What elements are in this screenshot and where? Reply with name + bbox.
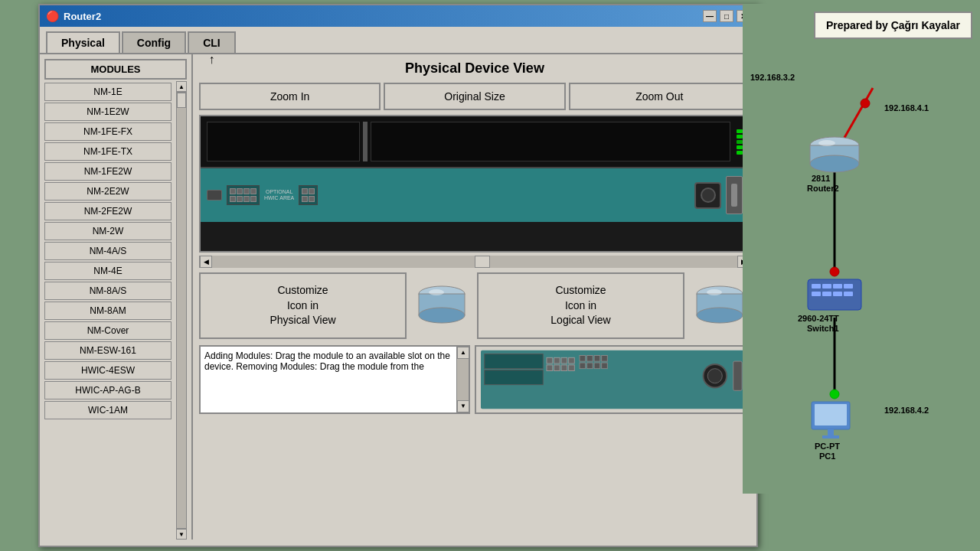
- content-area: MODULES NM-1E NM-1E2W NM-1FE-FX NM-1FE-T…: [40, 53, 756, 540]
- svg-rect-15: [547, 365, 553, 371]
- h-scroll-track: [212, 256, 737, 268]
- svg-point-3: [429, 289, 444, 295]
- svg-rect-22: [587, 363, 593, 369]
- customize-logical-button[interactable]: CustomizeIcon inLogical View: [477, 272, 684, 339]
- h-scroll-thumb[interactable]: [475, 256, 490, 268]
- prepared-box: Prepared by Çağrı Kayalar: [814, 11, 972, 39]
- zoom-bar: Zoom In Original Size Zoom Out: [199, 83, 750, 110]
- scroll-track: [176, 92, 187, 529]
- svg-rect-21: [580, 363, 586, 369]
- module-hwic-4esw[interactable]: HWIC-4ESW: [44, 361, 172, 380]
- device-preview-svg: [476, 347, 749, 412]
- maximize-button[interactable]: □: [720, 10, 733, 22]
- module-nm-8am[interactable]: NM-8AM: [44, 302, 172, 320]
- main-panel: Physical Device View Zoom In Original Si…: [193, 54, 756, 540]
- info-scrollbar[interactable]: ▲ ▼: [456, 347, 469, 412]
- customize-physical-button[interactable]: CustomizeIcon inPhysical View: [199, 272, 407, 339]
- svg-point-38: [810, 155, 859, 172]
- title-bar: 🔴 Router2 — □ ✕: [40, 5, 756, 27]
- minimize-button[interactable]: —: [703, 10, 717, 22]
- svg-text:192.168.4.1: 192.168.4.1: [884, 103, 929, 112]
- network-diagram: 2811 Router2 192.168.3.2 192.168.4.1 296…: [743, 65, 980, 509]
- svg-point-33: [861, 99, 870, 108]
- device-preview: [475, 345, 750, 414]
- scroll-left-arrow[interactable]: ◀: [200, 256, 212, 268]
- horizontal-scrollbar[interactable]: ◀ ▶: [199, 256, 750, 268]
- module-nm-1fe-tx[interactable]: NM-1FE-TX: [44, 142, 172, 161]
- svg-text:Router2: Router2: [807, 184, 839, 193]
- zoom-out-button[interactable]: Zoom Out: [569, 83, 750, 110]
- module-nm-esw161[interactable]: NM-ESW-161: [44, 341, 172, 360]
- svg-line-30: [842, 88, 873, 142]
- prepared-text: Prepared by Çağrı Kayalar: [826, 19, 960, 31]
- module-nm-2w[interactable]: NM-2W: [44, 222, 172, 240]
- router-icon-physical: [411, 279, 472, 332]
- svg-point-6: [697, 308, 743, 323]
- module-nm-8as[interactable]: NM-8A/S: [44, 282, 172, 300]
- scroll-thumb[interactable]: [177, 93, 186, 108]
- customize-logical-label: CustomizeIcon inLogical View: [550, 284, 610, 326]
- svg-rect-10: [485, 370, 543, 384]
- scroll-down-arrow[interactable]: ▼: [176, 529, 187, 540]
- svg-point-2: [419, 308, 465, 323]
- svg-rect-56: [815, 404, 847, 425]
- network-svg: 2811 Router2 192.168.3.2 192.168.4.1 296…: [743, 65, 980, 509]
- svg-rect-45: [812, 284, 821, 289]
- zoom-in-button[interactable]: Zoom In: [199, 83, 381, 110]
- svg-rect-47: [833, 284, 842, 289]
- svg-rect-24: [602, 355, 608, 361]
- info-scroll-down[interactable]: ▼: [457, 400, 469, 412]
- tab-cli-label: CLI: [203, 37, 220, 49]
- svg-rect-16: [554, 365, 560, 371]
- svg-rect-25: [594, 363, 600, 369]
- router2-window: 🔴 Router2 — □ ✕ Physical Config CLI ↑ MO…: [38, 4, 758, 547]
- svg-rect-29: [733, 361, 742, 390]
- module-hwic-ap-ag-b[interactable]: HWIC-AP-AG-B: [44, 381, 172, 399]
- svg-rect-46: [822, 284, 831, 289]
- module-nm-2fe2w[interactable]: NM-2FE2W: [44, 202, 172, 220]
- svg-rect-49: [812, 292, 821, 296]
- tab-physical[interactable]: Physical: [46, 31, 120, 53]
- svg-rect-52: [844, 292, 853, 296]
- scroll-up-arrow[interactable]: ▲: [176, 81, 187, 92]
- module-nm-1fe-fx[interactable]: NM-1FE-FX: [44, 122, 172, 141]
- svg-point-35: [830, 390, 839, 399]
- modules-header: MODULES: [44, 59, 187, 80]
- svg-text:2960-24TT: 2960-24TT: [798, 314, 839, 323]
- svg-rect-19: [580, 355, 586, 361]
- info-scroll-up[interactable]: ▲: [457, 347, 469, 359]
- svg-text:192.168.4.2: 192.168.4.2: [884, 406, 929, 415]
- module-nm-4as[interactable]: NM-4A/S: [44, 242, 172, 260]
- modules-scrollbar[interactable]: ▲ ▼: [176, 81, 187, 540]
- svg-text:2811: 2811: [812, 174, 830, 183]
- svg-rect-18: [569, 365, 575, 371]
- device-view: OPTIONALHWIC AREA: [199, 115, 750, 253]
- info-text-area: Adding Modules: Drag the module to an av…: [199, 345, 470, 414]
- tab-cli[interactable]: CLI ↑: [188, 31, 236, 53]
- svg-rect-23: [594, 355, 600, 361]
- customize-physical-label: CustomizeIcon inPhysical View: [270, 284, 335, 326]
- svg-rect-17: [561, 365, 567, 371]
- svg-rect-51: [833, 292, 842, 296]
- module-nm-cover[interactable]: NM-Cover: [44, 321, 172, 340]
- svg-rect-50: [822, 292, 831, 296]
- svg-rect-12: [554, 357, 560, 364]
- svg-rect-9: [485, 354, 543, 368]
- svg-text:192.168.3.2: 192.168.3.2: [750, 73, 795, 82]
- router-svg-logical: [693, 285, 746, 327]
- network-panel: Prepared by Çağrı Kayalar 2811 Router: [743, 4, 980, 494]
- module-nm-4e[interactable]: NM-4E: [44, 262, 172, 280]
- module-nm-1e[interactable]: NM-1E: [44, 83, 172, 101]
- original-size-button[interactable]: Original Size: [384, 83, 565, 110]
- svg-point-34: [830, 267, 839, 276]
- module-nm-2e2w[interactable]: NM-2E2W: [44, 182, 172, 201]
- svg-rect-48: [844, 284, 853, 289]
- modules-list: NM-1E NM-1E2W NM-1FE-FX NM-1FE-TX NM-1FE…: [40, 81, 191, 540]
- panel-title: Physical Device View: [199, 60, 750, 77]
- module-wic-1am[interactable]: WIC-1AM: [44, 401, 172, 419]
- tab-config[interactable]: Config: [122, 31, 186, 53]
- module-nm-1fe2w[interactable]: NM-1FE2W: [44, 162, 172, 181]
- svg-rect-11: [547, 357, 553, 364]
- module-nm-1e2w[interactable]: NM-1E2W: [44, 103, 172, 121]
- svg-rect-13: [561, 357, 567, 364]
